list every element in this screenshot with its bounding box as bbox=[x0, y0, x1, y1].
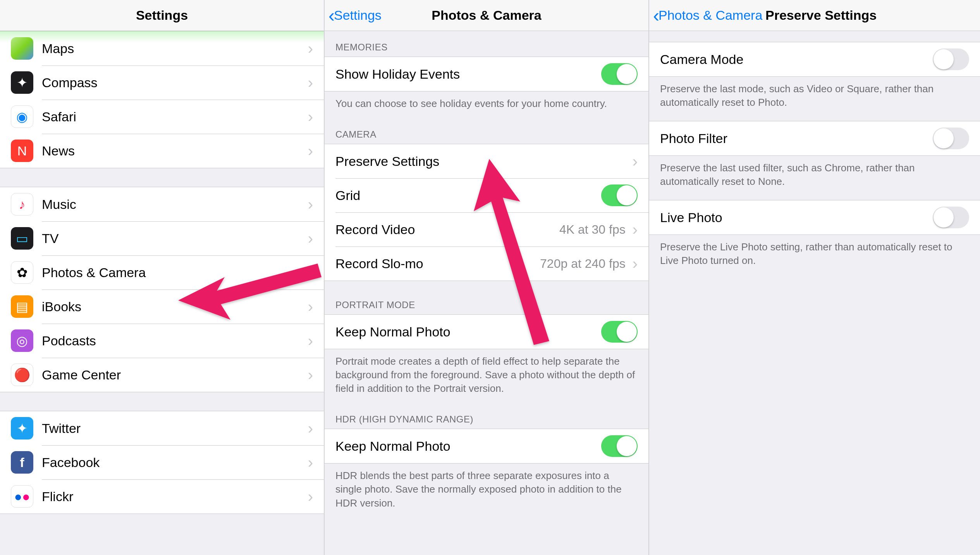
chevron-right-icon: › bbox=[308, 332, 313, 350]
toggle-grid[interactable] bbox=[601, 184, 638, 206]
navbar-preserve-settings: ‹ Photos & Camera Preserve Settings bbox=[649, 0, 980, 31]
row-label: Facebook bbox=[42, 455, 305, 470]
chevron-right-icon: › bbox=[633, 255, 638, 272]
row-record-slomo[interactable]: Record Slo-mo 720p at 240 fps › bbox=[325, 246, 648, 281]
row-compass[interactable]: ✦ Compass › bbox=[0, 65, 324, 100]
group-hdr: Keep Normal Photo bbox=[325, 429, 648, 464]
music-icon: ♪ bbox=[11, 193, 33, 215]
row-label: Game Center bbox=[42, 367, 305, 383]
row-photos-camera[interactable]: ✿ Photos & Camera › bbox=[0, 255, 324, 290]
row-label: Flickr bbox=[42, 489, 305, 504]
row-photo-filter[interactable]: Photo Filter bbox=[649, 121, 980, 155]
group-memories: Show Holiday Events bbox=[325, 57, 648, 91]
group-live-photo: Live Photo bbox=[649, 200, 980, 235]
chevron-right-icon: › bbox=[308, 454, 313, 471]
chevron-right-icon: › bbox=[308, 420, 313, 437]
chevron-right-icon: › bbox=[308, 108, 313, 126]
photos-camera-panel: ‹ Settings Photos & Camera MEMORIES Show… bbox=[325, 0, 649, 555]
row-grid[interactable]: Grid bbox=[325, 178, 648, 212]
row-keep-normal-portrait[interactable]: Keep Normal Photo bbox=[325, 315, 648, 349]
row-record-video[interactable]: Record Video 4K at 30 fps › bbox=[325, 212, 648, 246]
row-label: Music bbox=[42, 197, 305, 212]
row-label: Safari bbox=[42, 109, 305, 124]
row-preserve-settings[interactable]: Preserve Settings › bbox=[325, 144, 648, 178]
toggle-photo-filter[interactable] bbox=[933, 128, 969, 149]
chevron-right-icon: › bbox=[308, 142, 313, 160]
row-label: Compass bbox=[42, 75, 305, 90]
row-maps[interactable]: Maps › bbox=[0, 31, 324, 65]
row-label: Live Photo bbox=[660, 210, 933, 225]
row-show-holiday-events[interactable]: Show Holiday Events bbox=[325, 57, 648, 91]
section-header-hdr: HDR (HIGH DYNAMIC RANGE) bbox=[325, 403, 648, 429]
chevron-right-icon: › bbox=[633, 153, 638, 170]
row-label: News bbox=[42, 143, 305, 159]
toggle-keep-normal-portrait[interactable] bbox=[601, 321, 638, 343]
row-label: Photos & Camera bbox=[42, 265, 305, 280]
section-header-camera: CAMERA bbox=[325, 118, 648, 144]
settings-group-2: ♪ Music › ▭ TV › ✿ Photos & Camera › ▤ i… bbox=[0, 187, 324, 392]
chevron-right-icon: › bbox=[308, 488, 313, 505]
row-label: Camera Mode bbox=[660, 52, 933, 67]
twitter-icon: ✦ bbox=[11, 417, 33, 440]
group-camera: Preserve Settings › Grid Record Video 4K… bbox=[325, 144, 648, 281]
gamecenter-icon: 🔴 bbox=[11, 364, 33, 386]
row-tv[interactable]: ▭ TV › bbox=[0, 221, 324, 255]
row-label: Record Slo-mo bbox=[335, 256, 540, 271]
ibooks-icon: ▤ bbox=[11, 295, 33, 318]
row-twitter[interactable]: ✦ Twitter › bbox=[0, 411, 324, 445]
navbar-photos-camera: ‹ Settings Photos & Camera bbox=[325, 0, 648, 31]
row-podcasts[interactable]: ◎ Podcasts › bbox=[0, 324, 324, 358]
row-label: Preserve Settings bbox=[335, 154, 629, 169]
back-label: Photos & Camera bbox=[658, 8, 762, 23]
maps-icon bbox=[11, 37, 33, 60]
row-news[interactable]: N News › bbox=[0, 134, 324, 168]
group-portrait: Keep Normal Photo bbox=[325, 314, 648, 349]
row-flickr[interactable]: ●● Flickr › bbox=[0, 479, 324, 514]
row-keep-normal-hdr[interactable]: Keep Normal Photo bbox=[325, 429, 648, 463]
section-header-portrait: PORTRAIT MODE bbox=[325, 281, 648, 314]
chevron-right-icon: › bbox=[633, 221, 638, 238]
section-footer-memories: You can choose to see holiday events for… bbox=[325, 91, 648, 118]
back-button[interactable]: ‹ Photos & Camera bbox=[653, 6, 762, 25]
row-ibooks[interactable]: ▤ iBooks › bbox=[0, 290, 324, 324]
photos-icon: ✿ bbox=[11, 261, 33, 284]
preserve-settings-panel: ‹ Photos & Camera Preserve Settings Came… bbox=[649, 0, 980, 555]
back-button[interactable]: ‹ Settings bbox=[328, 6, 382, 25]
row-label: TV bbox=[42, 231, 305, 246]
settings-panel: Settings Maps › ✦ Compass › ◉ Safari › N… bbox=[0, 0, 325, 555]
row-label: iBooks bbox=[42, 299, 305, 314]
section-footer-hdr: HDR blends the best parts of three separ… bbox=[325, 464, 648, 517]
row-safari[interactable]: ◉ Safari › bbox=[0, 100, 324, 134]
toggle-show-holiday[interactable] bbox=[601, 63, 638, 85]
toggle-live-photo[interactable] bbox=[933, 207, 969, 228]
page-title: Settings bbox=[0, 8, 324, 23]
row-live-photo[interactable]: Live Photo bbox=[649, 200, 980, 234]
chevron-right-icon: › bbox=[308, 298, 313, 315]
row-music[interactable]: ♪ Music › bbox=[0, 187, 324, 221]
settings-group-3: ✦ Twitter › f Facebook › ●● Flickr › bbox=[0, 411, 324, 514]
row-facebook[interactable]: f Facebook › bbox=[0, 445, 324, 479]
section-footer-portrait: Portrait mode creates a depth of field e… bbox=[325, 349, 648, 403]
row-label: Podcasts bbox=[42, 333, 305, 348]
chevron-right-icon: › bbox=[308, 230, 313, 247]
chevron-right-icon: › bbox=[308, 196, 313, 213]
section-footer-live-photo: Preserve the Live Photo setting, rather … bbox=[649, 235, 980, 275]
chevron-right-icon: › bbox=[308, 264, 313, 281]
tv-icon: ▭ bbox=[11, 227, 33, 250]
settings-group-1: Maps › ✦ Compass › ◉ Safari › N News › bbox=[0, 31, 324, 168]
row-label: Twitter bbox=[42, 421, 305, 436]
row-label: Record Video bbox=[335, 222, 559, 237]
chevron-right-icon: › bbox=[308, 366, 313, 384]
group-photo-filter: Photo Filter bbox=[649, 121, 980, 156]
section-footer-camera-mode: Preserve the last mode, such as Video or… bbox=[649, 77, 980, 117]
row-game-center[interactable]: 🔴 Game Center › bbox=[0, 358, 324, 392]
row-camera-mode[interactable]: Camera Mode bbox=[649, 42, 980, 76]
toggle-camera-mode[interactable] bbox=[933, 48, 969, 70]
section-header-memories: MEMORIES bbox=[325, 31, 648, 57]
chevron-right-icon: › bbox=[308, 40, 313, 57]
podcasts-icon: ◎ bbox=[11, 329, 33, 352]
chevron-right-icon: › bbox=[308, 74, 313, 91]
row-label: Show Holiday Events bbox=[335, 67, 601, 82]
toggle-keep-normal-hdr[interactable] bbox=[601, 435, 638, 457]
navbar-settings: Settings bbox=[0, 0, 324, 31]
